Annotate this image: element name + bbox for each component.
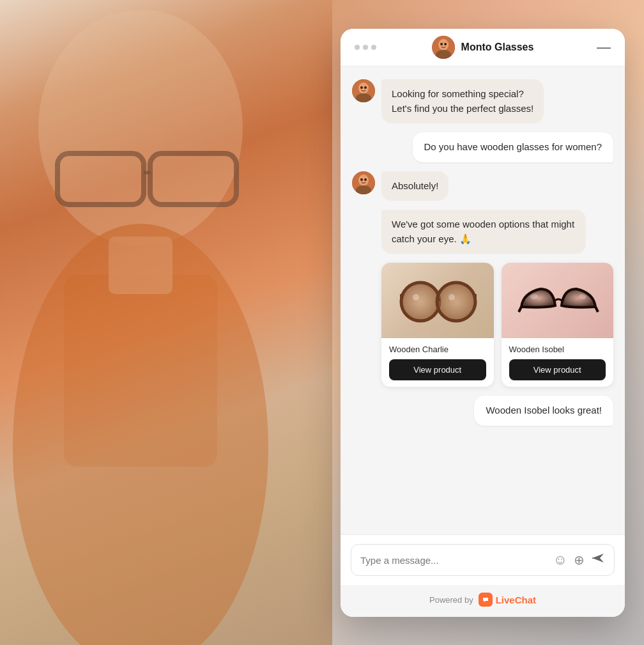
minimize-button[interactable]: —: [597, 40, 611, 54]
chat-footer: Powered by LiveChat: [341, 585, 625, 617]
livechat-logo[interactable]: LiveChat: [479, 593, 536, 607]
emoji-icon[interactable]: ☺: [553, 552, 567, 568]
agent-name: Monto Glasses: [461, 42, 534, 53]
chat-widget: Monto Glasses — Looking for something sp…: [341, 29, 625, 617]
header-center: Monto Glasses: [432, 36, 534, 59]
powered-by-text: Powered by: [429, 595, 473, 605]
chat-input-row: ☺ ⊕: [351, 544, 615, 576]
view-product-isobel-button[interactable]: View product: [509, 359, 606, 380]
glasses-isobel-svg: [514, 275, 603, 326]
svg-point-22: [401, 283, 440, 321]
chat-body: Looking for something special?Let's find…: [341, 66, 625, 534]
chat-input-area: ☺ ⊕: [341, 534, 625, 585]
agent-avatar-header: [432, 36, 455, 59]
avatar-svg-1: [352, 79, 375, 102]
user-bubble-2: Wooden Isobel looks great!: [474, 396, 613, 426]
agent-message-row-2: Absolutely!: [352, 171, 613, 201]
header-menu-dots[interactable]: [355, 45, 376, 50]
product-image-isobel: [502, 263, 614, 338]
agent-avatar-1: [352, 79, 375, 102]
product-card-charlie: Wooden Charlie View product: [381, 263, 494, 387]
agent-message-row-3: We've got some wooden options that might…: [352, 210, 613, 254]
svg-rect-5: [64, 275, 217, 467]
livechat-icon: [479, 593, 493, 607]
svg-point-21: [364, 178, 367, 181]
glasses-charlie-svg: [394, 275, 483, 326]
svg-line-29: [595, 307, 598, 312]
agent-avatar-2: [352, 171, 375, 194]
avatar-svg-2: [352, 171, 375, 194]
svg-line-28: [519, 307, 521, 312]
last-user-row: Wooden Isobel looks great!: [352, 396, 613, 426]
dot-3: [371, 45, 376, 50]
agent-message-1-text: Looking for something special?Let's find…: [392, 88, 533, 114]
svg-point-8: [438, 39, 448, 51]
dot-1: [355, 45, 360, 50]
svg-point-26: [413, 294, 419, 300]
svg-rect-6: [109, 237, 172, 294]
product-card-isobel: Wooden Isobel View product: [502, 263, 614, 387]
view-product-charlie-button[interactable]: View product: [389, 359, 486, 380]
svg-point-10: [440, 43, 443, 45]
message-input[interactable]: [360, 555, 547, 566]
product-info-charlie: Wooden Charlie View product: [381, 338, 494, 387]
attach-icon[interactable]: ⊕: [574, 552, 585, 568]
agent-message-3-text: We've got some wooden options that might…: [392, 219, 574, 244]
svg-point-27: [448, 294, 455, 300]
product-name-charlie: Wooden Charlie: [389, 345, 486, 354]
user-bubble-1: Do you have wooden glasses for women?: [413, 132, 614, 162]
svg-point-15: [360, 86, 363, 89]
product-info-isobel: Wooden Isobel View product: [502, 338, 614, 387]
product-name-isobel: Wooden Isobel: [509, 345, 606, 354]
agent-bubble-1: Looking for something special?Let's find…: [381, 79, 544, 123]
agent-message-row-1: Looking for something special?Let's find…: [352, 79, 613, 123]
send-icon[interactable]: [591, 551, 605, 569]
svg-point-0: [38, 10, 243, 246]
avatar-svg: [432, 36, 455, 59]
svg-point-16: [364, 86, 367, 89]
svg-point-20: [360, 178, 363, 181]
svg-point-11: [444, 43, 447, 45]
product-image-charlie: [381, 263, 494, 338]
livechat-icon-svg: [481, 595, 490, 604]
svg-point-18: [358, 175, 369, 186]
agent-bubble-2: Absolutely!: [381, 171, 448, 201]
background-overlay: [0, 0, 332, 645]
svg-point-23: [437, 283, 475, 321]
livechat-brand-name: LiveChat: [496, 594, 536, 605]
chat-header: Monto Glasses —: [341, 29, 625, 66]
agent-bubble-3: We've got some wooden options that might…: [381, 210, 586, 254]
products-row: Wooden Charlie View product: [381, 263, 613, 387]
send-svg: [591, 551, 605, 565]
dot-2: [363, 45, 368, 50]
svg-point-13: [358, 82, 369, 94]
